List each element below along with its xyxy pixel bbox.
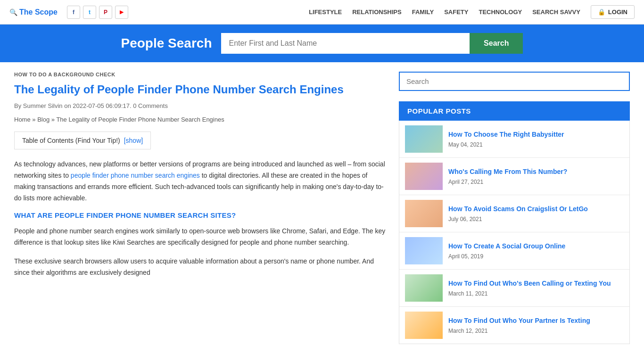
top-nav: 🔍 The Scope f t P ▶ LIFESTYLE RELATIONSH… <box>0 0 644 25</box>
post-thumb-2 <box>405 163 443 190</box>
breadcrumb: Home » Blog » The Legality of People Fin… <box>14 116 386 123</box>
article-category: HOW TO DO A BACKGROUND CHECK <box>14 72 386 77</box>
post-info-3: How To Avoid Scams On Craigslist Or LetG… <box>448 205 588 222</box>
breadcrumb-current: The Legality of People Finder Phone Numb… <box>56 116 224 123</box>
article-para-3: These exclusive search browsers allow us… <box>14 256 386 279</box>
post-date-3: July 06, 2021 <box>448 216 482 222</box>
pinterest-icon[interactable]: P <box>99 6 112 19</box>
login-label: LOGIN <box>608 8 627 16</box>
post-title-link-1[interactable]: How To Choose The Right Babysitter <box>448 130 564 139</box>
hero-title: People Search <box>121 36 212 51</box>
hero-search-form: Search <box>221 33 523 54</box>
post-thumb-3 <box>405 200 443 227</box>
popular-post-item-6: How To Find Out Who Your Partner Is Text… <box>399 307 629 344</box>
nav-search-savvy[interactable]: SEARCH SAVVY <box>532 8 580 16</box>
hero-section: People Search Search <box>0 25 644 62</box>
post-info-4: How To Create A Social Group Online Apri… <box>448 242 565 260</box>
post-date-1: May 04, 2021 <box>448 141 483 148</box>
post-thumb-6 <box>405 312 443 339</box>
article-para-2: People and phone number search engines w… <box>14 226 386 248</box>
post-thumb-5 <box>405 274 443 302</box>
nav-relationships[interactable]: RELATIONSHIPS <box>352 8 402 16</box>
toc-box: Table of Contents (Find Your Tip!) [show… <box>14 132 151 149</box>
nav-family[interactable]: FAMILY <box>412 8 434 16</box>
nav-lifestyle[interactable]: LIFESTYLE <box>309 8 342 16</box>
popular-post-item-2: Who's Calling Me From This Number? April… <box>399 158 629 195</box>
post-title-link-4[interactable]: How To Create A Social Group Online <box>448 242 565 250</box>
post-date-2: April 27, 2021 <box>448 179 483 185</box>
popular-post-item-5: How To Find Out Who's Been Calling or Te… <box>399 270 629 307</box>
search-icon: 🔍 <box>9 8 17 16</box>
social-icons: f t P ▶ <box>67 6 128 19</box>
sidebar-search-input[interactable] <box>399 72 630 91</box>
post-info-2: Who's Calling Me From This Number? April… <box>448 167 567 185</box>
main-nav: LIFESTYLE RELATIONSHIPS FAMILY SAFETY TE… <box>309 8 580 16</box>
section-heading: WHAT ARE PEOPLE FINDER PHONE NUMBER SEAR… <box>14 211 386 219</box>
post-thumb-1 <box>405 125 443 153</box>
article-title: The Legality of People Finder Phone Numb… <box>14 82 386 97</box>
breadcrumb-sep1: » <box>32 116 37 123</box>
content-area: HOW TO DO A BACKGROUND CHECK The Legalit… <box>5 62 639 354</box>
facebook-icon[interactable]: f <box>67 6 80 19</box>
youtube-icon[interactable]: ▶ <box>115 6 128 19</box>
breadcrumb-sep2: » <box>51 116 57 123</box>
logo-text: The Scope <box>19 8 58 16</box>
toc-show-link[interactable]: [show] <box>124 137 143 144</box>
twitter-icon[interactable]: t <box>83 6 96 19</box>
post-date-6: March 12, 2021 <box>448 328 487 334</box>
post-title-link-5[interactable]: How To Find Out Who's Been Calling or Te… <box>448 279 611 288</box>
toc-label: Table of Contents (Find Your Tip!) <box>22 137 120 144</box>
inline-link-people-finder[interactable]: people finder phone number search engine… <box>71 172 200 179</box>
hero-search-button[interactable]: Search <box>470 33 523 54</box>
post-title-link-6[interactable]: How To Find Out Who Your Partner Is Text… <box>448 316 590 325</box>
post-info-1: How To Choose The Right Babysitter May 0… <box>448 130 564 148</box>
post-info-5: How To Find Out Who's Been Calling or Te… <box>448 279 611 297</box>
login-button[interactable]: 🔒 LOGIN <box>591 5 635 19</box>
post-title-link-2[interactable]: Who's Calling Me From This Number? <box>448 167 567 176</box>
post-date-5: March 11, 2021 <box>448 290 487 297</box>
nav-safety[interactable]: SAFETY <box>444 8 468 16</box>
site-logo[interactable]: 🔍 The Scope <box>9 8 58 16</box>
nav-technology[interactable]: TECHNOLOGY <box>479 8 522 16</box>
popular-posts-section: POPULAR POSTS How To Choose The Right Ba… <box>399 101 630 344</box>
post-date-4: April 05, 2019 <box>448 253 483 260</box>
post-info-6: How To Find Out Who Your Partner Is Text… <box>448 316 590 334</box>
popular-posts-title: POPULAR POSTS <box>399 101 630 121</box>
article: HOW TO DO A BACKGROUND CHECK The Legalit… <box>14 72 386 344</box>
post-title-link-3[interactable]: How To Avoid Scams On Craigslist Or LetG… <box>448 205 588 213</box>
post-thumb-4 <box>405 237 443 264</box>
popular-post-item-3: How To Avoid Scams On Craigslist Or LetG… <box>399 195 629 232</box>
article-para-1: As technology advances, new platforms or… <box>14 159 386 204</box>
popular-post-item-4: How To Create A Social Group Online Apri… <box>399 232 629 270</box>
sidebar: POPULAR POSTS How To Choose The Right Ba… <box>399 72 630 344</box>
lock-icon: 🔒 <box>598 8 605 16</box>
article-meta: By Summer Silvin on 2022-07-05 06:09:17.… <box>14 102 386 109</box>
hero-search-input[interactable] <box>221 33 470 54</box>
article-body: As technology advances, new platforms or… <box>14 159 386 278</box>
popular-post-item-1: How To Choose The Right Babysitter May 0… <box>399 121 629 158</box>
breadcrumb-home[interactable]: Home <box>14 116 31 123</box>
popular-posts-list: How To Choose The Right Babysitter May 0… <box>399 121 630 344</box>
breadcrumb-blog[interactable]: Blog <box>37 116 50 123</box>
